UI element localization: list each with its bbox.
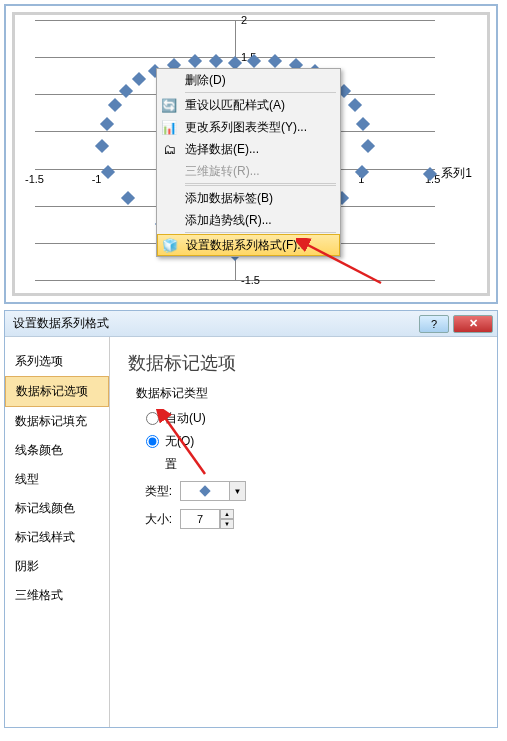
data-point[interactable]	[100, 117, 114, 131]
menu-item-1[interactable]: 🔄重设以匹配样式(A)	[157, 94, 340, 116]
close-button[interactable]: ✕	[453, 315, 493, 333]
type-dropdown-button[interactable]: ▼	[230, 481, 246, 501]
menu-item-label: 三维旋转(R)...	[185, 163, 260, 180]
menu-item-4: 三维旋转(R)...	[157, 160, 340, 182]
size-input[interactable]	[180, 509, 220, 529]
data-point[interactable]	[119, 83, 133, 97]
data-point[interactable]	[356, 117, 370, 131]
nav-item-3[interactable]: 线条颜色	[5, 436, 109, 465]
legend-label: 系列1	[441, 165, 472, 182]
diamond-icon	[423, 166, 437, 180]
menu-item-label: 设置数据系列格式(F)...	[186, 237, 307, 254]
radio-none-label: 无(O)	[165, 433, 194, 450]
diamond-icon	[199, 485, 210, 496]
nav-item-7[interactable]: 阴影	[5, 552, 109, 581]
nav-item-0[interactable]: 系列选项	[5, 347, 109, 376]
dialog-body: 系列选项数据标记选项数据标记填充线条颜色线型标记线颜色标记线样式阴影三维格式 数…	[5, 337, 497, 727]
dialog-title: 设置数据系列格式	[13, 315, 109, 332]
context-menu: 删除(D)🔄重设以匹配样式(A)📊更改系列图表类型(Y)...🗂选择数据(E).…	[156, 68, 341, 257]
nav-item-1[interactable]: 数据标记选项	[5, 376, 109, 407]
menu-item-label: 添加趋势线(R)...	[185, 212, 272, 229]
content-panel: 数据标记选项 数据标记类型 自动(U) 无(O) 置 类型: ▼	[110, 337, 497, 727]
group-label: 数据标记类型	[136, 385, 479, 402]
spin-down-button[interactable]: ▼	[220, 519, 234, 529]
menu-item-7[interactable]: 🧊设置数据系列格式(F)...	[157, 234, 340, 256]
format-series-dialog: 设置数据系列格式 ? ✕ 系列选项数据标记选项数据标记填充线条颜色线型标记线颜色…	[4, 310, 498, 728]
size-label: 大小:	[136, 511, 172, 528]
radio-builtin-label: 置	[165, 456, 177, 473]
gridline	[35, 280, 435, 281]
menu-item-label: 更改系列图表类型(Y)...	[185, 119, 307, 136]
dialog-title-bar[interactable]: 设置数据系列格式 ? ✕	[5, 311, 497, 337]
menu-item-label: 选择数据(E)...	[185, 141, 259, 158]
legend[interactable]: 系列1	[425, 165, 472, 182]
data-point[interactable]	[209, 54, 223, 68]
data-point[interactable]	[121, 191, 135, 205]
nav-item-4[interactable]: 线型	[5, 465, 109, 494]
menu-item-2[interactable]: 📊更改系列图表类型(Y)...	[157, 116, 340, 138]
nav-item-8[interactable]: 三维格式	[5, 581, 109, 610]
content-heading: 数据标记选项	[128, 351, 479, 375]
radio-none[interactable]	[146, 435, 159, 448]
type-row: 类型: ▼	[136, 481, 479, 501]
data-point[interactable]	[348, 98, 362, 112]
menu-item-label: 删除(D)	[185, 72, 226, 89]
data-point[interactable]	[361, 139, 375, 153]
radio-none-row[interactable]: 无(O)	[146, 433, 479, 450]
format-icon: 🧊	[160, 236, 180, 254]
x-tick-label: -1.5	[25, 173, 44, 185]
menu-item-0[interactable]: 删除(D)	[157, 69, 340, 91]
data-point[interactable]	[95, 139, 109, 153]
spin-up-button[interactable]: ▲	[220, 509, 234, 519]
type-preview[interactable]	[180, 481, 230, 501]
radio-auto[interactable]	[146, 412, 159, 425]
reset-icon: 🔄	[159, 96, 179, 114]
data-point[interactable]	[101, 165, 115, 179]
radio-builtin-row[interactable]: 置	[146, 456, 479, 473]
radio-auto-label: 自动(U)	[165, 410, 206, 427]
data-point[interactable]	[108, 98, 122, 112]
nav-item-5[interactable]: 标记线颜色	[5, 494, 109, 523]
size-row: 大小: ▲ ▼	[136, 509, 479, 529]
data-point[interactable]	[355, 165, 369, 179]
blank-icon	[159, 189, 179, 207]
menu-item-3[interactable]: 🗂选择数据(E)...	[157, 138, 340, 160]
nav-item-6[interactable]: 标记线样式	[5, 523, 109, 552]
data-icon: 🗂	[159, 140, 179, 158]
chart-container[interactable]: -1.5-1-0.50.511.5-1.5-1-0.50.511.52 系列1 …	[4, 4, 498, 304]
blank-icon	[159, 71, 179, 89]
blank-icon	[159, 162, 179, 180]
size-spinner[interactable]: ▲ ▼	[180, 509, 234, 529]
data-point[interactable]	[188, 54, 202, 68]
nav-panel: 系列选项数据标记选项数据标记填充线条颜色线型标记线颜色标记线样式阴影三维格式	[5, 337, 110, 727]
menu-item-label: 重设以匹配样式(A)	[185, 97, 285, 114]
data-point[interactable]	[132, 72, 146, 86]
radio-auto-row[interactable]: 自动(U)	[146, 410, 479, 427]
y-tick-label: -1.5	[241, 274, 260, 286]
y-tick-label: 2	[241, 14, 247, 26]
data-point[interactable]	[268, 54, 282, 68]
help-button[interactable]: ?	[419, 315, 449, 333]
nav-item-2[interactable]: 数据标记填充	[5, 407, 109, 436]
x-tick-label: -1	[92, 173, 102, 185]
chart-icon: 📊	[159, 118, 179, 136]
blank-icon	[159, 211, 179, 229]
menu-item-label: 添加数据标签(B)	[185, 190, 273, 207]
menu-item-6[interactable]: 添加趋势线(R)...	[157, 209, 340, 231]
type-label: 类型:	[136, 483, 172, 500]
menu-item-5[interactable]: 添加数据标签(B)	[157, 187, 340, 209]
